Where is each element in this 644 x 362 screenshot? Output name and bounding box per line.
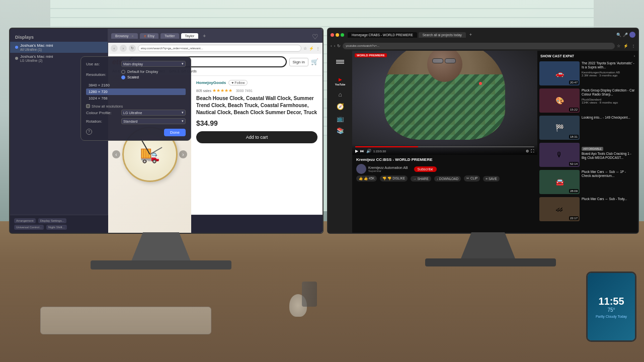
help-icon[interactable]: ?: [86, 129, 92, 135]
prev-image-button[interactable]: ‹: [112, 150, 120, 158]
menu-icon[interactable]: ⋮: [316, 46, 320, 51]
cart-icon[interactable]: 🛒: [311, 58, 318, 65]
bookmark-icon[interactable]: ☆: [303, 46, 307, 51]
yt-bookmark-icon[interactable]: ☆: [617, 44, 620, 48]
listing-count: 3000 7491: [236, 89, 253, 93]
follow-button[interactable]: ♥ Follow: [228, 80, 248, 85]
resolution-1280[interactable]: 644 × 362: [86, 88, 186, 95]
radio-scaled[interactable]: [121, 75, 125, 79]
rec-item-3[interactable]: 🏁 18:31 Looking into... - 149 Checkpoint…: [539, 116, 636, 140]
rec-item-6[interactable]: 🏎 22:17 Pluck Mar Cars ↔ Sub - Tody...: [539, 197, 636, 221]
share-button[interactable]: → SHARE: [411, 176, 431, 182]
channel-name[interactable]: Kremijezz Automation AB: [368, 166, 408, 169]
subscriptions-icon[interactable]: 📺: [337, 115, 344, 122]
yt-forward-button[interactable]: ›: [334, 44, 336, 48]
url-text: etsy.com/search?q=ga_order=most_relevant…: [141, 47, 203, 50]
home-icon[interactable]: ⌂: [338, 91, 342, 98]
library-icon[interactable]: 📚: [337, 127, 344, 134]
rec-views-2: 134K views · 8 months ago: [582, 101, 636, 104]
colour-profile-label: Colour Profile:: [86, 111, 121, 115]
refresh-button[interactable]: ↻: [129, 45, 136, 52]
rotation-select[interactable]: Standard ▾: [121, 118, 186, 124]
yt-search-area: ☆ ⚡ ⋮: [617, 44, 635, 48]
tab-browssy[interactable]: Browssy ✕: [111, 33, 138, 39]
tab-twitter-label: Twitter: [165, 34, 175, 38]
browser-nav: ‹ › ↻ etsy.com/search?q=ga_order=most_re…: [108, 43, 323, 54]
url-bar[interactable]: etsy.com/search?q=ga_order=most_relevant…: [138, 45, 301, 52]
tab-twitter[interactable]: Twitter: [160, 33, 179, 39]
dot-2: [15, 57, 18, 60]
rec-expand-icon[interactable]: ›: [634, 54, 635, 58]
close-window-button[interactable]: [331, 33, 334, 37]
show-all-resolutions-row: Show all resolutions: [86, 104, 186, 108]
rec-item-4[interactable]: 🎙 52:14 AFFORDABLE Board Ayo Tools Club …: [539, 143, 636, 167]
arrangement-btn[interactable]: Arrangement: [14, 218, 36, 223]
subscribe-button[interactable]: Subscribe: [414, 166, 437, 172]
colour-profile-select[interactable]: LG Ultrafine ▾: [121, 110, 186, 116]
channel-avatar[interactable]: [356, 164, 366, 174]
rec-item-2[interactable]: 🎨 15:22 Pluck Group Display Collection -…: [539, 88, 636, 113]
youtube-logo[interactable]: ▶ YouTube: [335, 74, 346, 86]
forward-button[interactable]: ›: [120, 45, 127, 52]
clip-button[interactable]: ✂ CLIP: [464, 175, 480, 182]
fullscreen-button[interactable]: ⛶: [531, 149, 534, 153]
new-tab-yt-button[interactable]: +: [467, 32, 474, 37]
use-as-select[interactable]: Main display ▾: [121, 61, 186, 67]
resolution-1024[interactable]: 1024 × 768: [86, 95, 186, 102]
resolution-header-row: Resolution: Default for Display Scaled: [86, 69, 186, 79]
subscriber-badge: Superstar: [368, 169, 408, 172]
explore-icon[interactable]: 🧭: [337, 103, 344, 110]
radio-default[interactable]: [121, 70, 125, 74]
like-button[interactable]: 👍 👍 45K: [356, 175, 377, 182]
extensions-icon[interactable]: ⚡: [309, 46, 314, 51]
video-progress-bar[interactable]: [355, 146, 534, 147]
dislike-button[interactable]: 👎 👎 DISLIKE: [380, 175, 408, 182]
tab-etsy[interactable]: e Etsy: [140, 33, 158, 39]
yt-extensions-icon[interactable]: ⚡: [623, 44, 628, 48]
settings-button[interactable]: ⚙: [526, 149, 529, 153]
resolution-4k[interactable]: 3840 × 2160: [86, 82, 186, 88]
download-button[interactable]: ↓ DOWNLOAD: [434, 176, 461, 182]
rec-title-1: The 2022 Toyota Supra 'Automatic' - Is a…: [582, 61, 636, 70]
rec-thumb-3: 🏁 18:31: [539, 116, 580, 140]
yt-more-icon[interactable]: ⋮: [631, 44, 635, 48]
night-shift-btn[interactable]: Night Shift...: [46, 225, 67, 230]
add-to-cart-button[interactable]: Add to cart: [196, 131, 317, 143]
yt-back-button[interactable]: ‹: [331, 44, 332, 48]
display-settings-btn[interactable]: Display Settings...: [38, 218, 66, 223]
universal-control-btn[interactable]: Universal Control...: [14, 225, 44, 230]
shop-name[interactable]: HomejoyGoods: [196, 80, 226, 85]
back-button[interactable]: ‹: [111, 45, 118, 52]
tablet-weather-label: Partly Cloudy Today: [596, 315, 627, 318]
done-button[interactable]: Done: [164, 129, 186, 136]
play-pause-button[interactable]: ▶: [355, 149, 358, 153]
youtube-url-bar[interactable]: youtube.com/watch?v=...: [343, 43, 615, 49]
volume-button[interactable]: 🔊: [366, 149, 371, 153]
hamburger-menu-button[interactable]: [333, 55, 347, 69]
maximize-window-button[interactable]: [341, 33, 344, 37]
yt-url-text: youtube.com/watch?v=...: [346, 44, 379, 47]
rec-item-1[interactable]: 🚗 20:47 The 2022 Toyota Supra 'Automatic…: [539, 61, 636, 85]
show-all-checkbox[interactable]: [86, 104, 90, 108]
sign-in-button[interactable]: Sign in: [289, 58, 308, 66]
left-monitor-base: [91, 260, 231, 269]
rec-duration-4: 52:14: [569, 162, 579, 166]
next-image-button[interactable]: ›: [179, 150, 187, 158]
minimize-window-button[interactable]: [336, 33, 339, 37]
close-icon[interactable]: ✕: [131, 34, 134, 38]
youtube-video-player[interactable]: WORLD PREMIERE ▶ ⏭ 🔊 1:22/3: [352, 51, 537, 155]
yt-tab-premiere[interactable]: Homepage CRABS - WORLD PREMIERE: [348, 32, 417, 38]
skip-forward-button[interactable]: ⏭: [360, 149, 364, 153]
yt-refresh-button[interactable]: ↻: [337, 44, 341, 48]
yt-tab-search[interactable]: Search all ai projects today: [419, 32, 466, 38]
new-tab-button[interactable]: +: [200, 33, 208, 39]
rec-item-5[interactable]: 🚘 28:09 Pluck Mar Cars ↔ Sub ↔ 1P - Chec…: [539, 170, 636, 194]
mac-panel-item-1[interactable]: Joshua's Mac mini All Ultrafine (1): [10, 42, 108, 53]
save-button[interactable]: ≡ SAVE: [483, 176, 499, 182]
yt-mic-btn[interactable]: 🎤: [623, 33, 628, 37]
keyboard[interactable]: [40, 307, 211, 334]
yt-search-btn[interactable]: 🔍: [616, 33, 621, 37]
yt-profile-btn[interactable]: [629, 32, 635, 38]
tab-taylor[interactable]: Taylor: [181, 33, 199, 39]
chevron-down-2-icon: ▾: [182, 111, 184, 115]
